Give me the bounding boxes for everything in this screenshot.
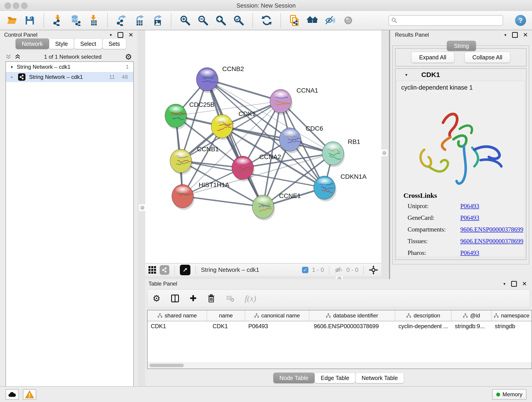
table-panel: Table Panel ▼ ✕ ⚙ ✚ f(x) shared name nam… <box>145 279 532 386</box>
network-options-gear-icon[interactable]: ⚙ <box>125 53 132 61</box>
delete-column-trash-icon[interactable] <box>207 294 216 303</box>
panel-close-icon[interactable]: ✕ <box>523 32 528 38</box>
selected-nodes-checkbox[interactable]: ✓ <box>302 267 308 273</box>
crosslink-label: Uniprot: <box>408 203 460 210</box>
tab-network[interactable]: Network <box>16 38 49 49</box>
save-session-icon[interactable] <box>24 14 36 26</box>
network-row-label: String Network – cdk1 <box>29 74 83 80</box>
results-panel: Results Panel ▼ ✕ String Expand All Coll… <box>391 30 532 279</box>
network-row[interactable]: ● String Network – cdk1 11 48 <box>6 72 133 82</box>
cloud-button[interactable] <box>6 389 19 400</box>
share-document-icon[interactable] <box>289 14 301 26</box>
memory-button[interactable]: Memory <box>492 389 526 400</box>
panel-dropdown-icon[interactable]: ▼ <box>504 33 507 37</box>
import-database-icon[interactable] <box>70 14 82 26</box>
tab-node-table[interactable]: Node Table <box>273 373 315 383</box>
export-network-icon[interactable] <box>115 14 127 26</box>
import-network-icon[interactable] <box>52 14 64 26</box>
birdseye-view-icon[interactable] <box>148 266 156 274</box>
column-header[interactable]: database identifier <box>309 310 395 321</box>
panel-float-icon[interactable] <box>511 281 517 287</box>
refresh-icon[interactable] <box>261 14 273 26</box>
table-toolbar: ⚙ ✚ f(x) <box>147 289 530 307</box>
toolbar-separator <box>329 265 329 274</box>
show-all-eye-icon[interactable] <box>342 14 354 26</box>
panel-float-icon[interactable] <box>512 32 518 38</box>
export-table-icon[interactable] <box>133 14 145 26</box>
warnings-button[interactable] <box>23 389 36 400</box>
collapse-all-button[interactable]: Collapse All <box>464 52 510 63</box>
left-split-grip[interactable] <box>139 204 146 211</box>
crosslink-link[interactable]: P06493 <box>460 203 479 210</box>
panel-dropdown-icon[interactable]: ▼ <box>109 33 113 37</box>
collapse-all-networks-icon[interactable] <box>6 54 12 60</box>
table-row[interactable]: CDK1 CDK1 P06493 9606.ENSP00000378699 cy… <box>147 321 532 331</box>
collection-label: String Network – cdk1 <box>17 64 70 70</box>
zoom-in-icon[interactable] <box>179 14 191 26</box>
crosslink-link[interactable]: P06493 <box>460 249 479 256</box>
help-icon[interactable]: ? <box>515 15 526 26</box>
entry-collapse-icon[interactable]: ▼ <box>405 73 408 77</box>
table-horizontal-scrollbar[interactable] <box>147 362 532 369</box>
expand-all-button[interactable]: Expand All <box>411 52 454 63</box>
column-header[interactable]: @id <box>452 310 491 321</box>
crosslink-link[interactable]: 9606.ENSP00000378699 <box>460 226 523 233</box>
column-header[interactable]: name <box>207 310 245 321</box>
string-results-container: Expand All Collapse All ▼ CDK1 cyclin-de… <box>392 45 529 264</box>
toolbar-separator <box>107 13 108 27</box>
node-label: RB1 <box>348 138 360 145</box>
crosslink-label: Tissues: <box>408 238 460 245</box>
crosslink-row: Pharos: P06493 <box>408 249 520 256</box>
hide-selected-eye-icon[interactable] <box>324 14 336 26</box>
control-panel-tabs: Network Style Select Sets <box>16 38 126 49</box>
tab-edge-table[interactable]: Edge Table <box>315 373 355 383</box>
node-result-entry: ▼ CDK1 cyclin-dependent kinase 1 <box>395 68 526 260</box>
tab-string[interactable]: String <box>447 41 476 51</box>
panel-float-icon[interactable] <box>118 32 123 38</box>
collection-collapse-icon[interactable]: ▼ <box>10 65 13 69</box>
node-entry-header[interactable]: ▼ CDK1 <box>395 69 526 81</box>
string-toggle-icon[interactable] <box>160 265 169 275</box>
zoom-selected-icon[interactable] <box>233 14 245 26</box>
tab-network-table[interactable]: Network Table <box>355 373 404 383</box>
show-columns-icon[interactable] <box>171 294 180 303</box>
network-edge[interactable] <box>183 196 263 207</box>
network-view-title: String Network – cdk1 <box>201 266 259 274</box>
tab-select[interactable]: Select <box>74 38 102 49</box>
table-options-gear-icon[interactable]: ⚙ <box>152 294 160 303</box>
toolbar-separator <box>280 13 281 27</box>
scrollbar-thumb[interactable] <box>149 364 184 367</box>
crosslink-row: Uniprot: P06493 <box>408 203 520 210</box>
hidden-eye-icon[interactable] <box>335 266 343 274</box>
panel-dropdown-icon[interactable]: ▼ <box>503 282 506 286</box>
function-builder-icon-disabled: f(x) <box>245 294 256 303</box>
crosslink-link[interactable]: P06493 <box>460 214 479 221</box>
network-collection-row[interactable]: ▼ String Network – cdk1 1 <box>6 62 133 72</box>
shared-column-icon <box>254 313 259 318</box>
column-header[interactable]: shared name <box>147 310 207 321</box>
column-header[interactable]: namespace <box>492 310 532 321</box>
string-home-icon[interactable] <box>307 14 318 26</box>
toolbar-separator <box>253 13 253 27</box>
expand-all-networks-icon[interactable] <box>15 54 21 60</box>
create-column-icon[interactable]: ✚ <box>190 294 196 303</box>
crosslink-link[interactable]: 9606.ENSP00000378699 <box>460 238 523 245</box>
open-session-icon[interactable] <box>6 14 18 26</box>
right-split-grip[interactable] <box>380 149 388 157</box>
open-in-browser-icon[interactable] <box>180 265 190 275</box>
node-label: CDK1 <box>239 110 256 117</box>
panel-close-icon[interactable]: ✕ <box>522 281 527 287</box>
tab-sets[interactable]: Sets <box>102 38 126 49</box>
column-header[interactable]: description <box>395 310 452 321</box>
fit-content-crosshair-icon[interactable] <box>369 265 378 274</box>
search-input[interactable] <box>389 15 503 26</box>
toolbar-separator <box>363 265 364 274</box>
panel-close-icon[interactable]: ✕ <box>128 32 133 38</box>
column-header[interactable]: canonical name <box>245 310 309 321</box>
zoom-fit-icon[interactable] <box>215 14 227 26</box>
zoom-out-icon[interactable] <box>197 14 209 26</box>
import-table-icon[interactable] <box>88 14 99 26</box>
tab-style[interactable]: Style <box>49 38 74 49</box>
network-canvas[interactable]: CCNB2CCNA1CDC25BCDK1CDC6RB1CCNB1CCNA2CDK… <box>145 30 381 276</box>
export-image-icon[interactable] <box>151 14 163 26</box>
